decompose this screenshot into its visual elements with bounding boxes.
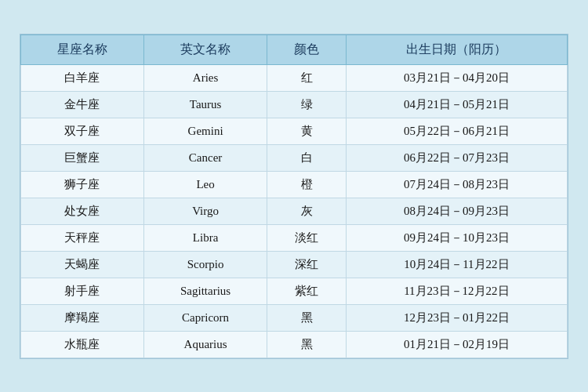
cell-4-1: Leo: [143, 171, 267, 198]
table-row: 摩羯座Capricorn黑12月23日－01月22日: [21, 304, 568, 331]
cell-9-0: 摩羯座: [21, 304, 144, 331]
column-header: 英文名称: [143, 34, 267, 64]
zodiac-table: 星座名称英文名称颜色出生日期（阳历） 白羊座Aries红03月21日－04月20…: [20, 34, 568, 358]
cell-7-3: 10月24日－11月22日: [346, 251, 567, 278]
cell-1-3: 04月21日－05月21日: [346, 91, 567, 118]
cell-0-1: Aries: [143, 64, 267, 91]
table-body: 白羊座Aries红03月21日－04月20日金牛座Taurus绿04月21日－0…: [21, 64, 568, 358]
cell-7-2: 深红: [267, 251, 347, 278]
cell-2-2: 黄: [267, 118, 347, 144]
cell-10-2: 黑: [267, 331, 347, 358]
cell-4-3: 07月24日－08月23日: [346, 171, 567, 198]
cell-9-2: 黑: [267, 304, 347, 331]
column-header: 星座名称: [21, 34, 144, 64]
cell-0-3: 03月21日－04月20日: [346, 64, 567, 91]
table-row: 射手座Sagittarius紫红11月23日－12月22日: [21, 278, 568, 304]
table-row: 白羊座Aries红03月21日－04月20日: [21, 64, 568, 91]
table-header-row: 星座名称英文名称颜色出生日期（阳历）: [21, 34, 568, 64]
cell-5-0: 处女座: [21, 198, 144, 224]
table-row: 狮子座Leo橙07月24日－08月23日: [21, 171, 568, 198]
cell-10-3: 01月21日－02月19日: [346, 331, 567, 358]
cell-6-2: 淡红: [267, 224, 347, 251]
table-row: 巨蟹座Cancer白06月22日－07月23日: [21, 144, 568, 171]
cell-1-0: 金牛座: [21, 91, 144, 118]
table-row: 金牛座Taurus绿04月21日－05月21日: [21, 91, 568, 118]
column-header: 颜色: [267, 34, 347, 64]
cell-1-1: Taurus: [143, 91, 267, 118]
cell-2-0: 双子座: [21, 118, 144, 144]
cell-6-0: 天秤座: [21, 224, 144, 251]
cell-6-3: 09月24日－10月23日: [346, 224, 567, 251]
cell-5-1: Virgo: [143, 198, 267, 224]
cell-8-3: 11月23日－12月22日: [346, 278, 567, 304]
cell-2-3: 05月22日－06月21日: [346, 118, 567, 144]
column-header: 出生日期（阳历）: [346, 34, 567, 64]
cell-10-0: 水瓶座: [21, 331, 144, 358]
cell-3-0: 巨蟹座: [21, 144, 144, 171]
cell-4-0: 狮子座: [21, 171, 144, 198]
cell-9-1: Capricorn: [143, 304, 267, 331]
table-row: 天蝎座Scorpio深红10月24日－11月22日: [21, 251, 568, 278]
table-row: 双子座Gemini黄05月22日－06月21日: [21, 118, 568, 144]
cell-0-0: 白羊座: [21, 64, 144, 91]
table-row: 天秤座Libra淡红09月24日－10月23日: [21, 224, 568, 251]
cell-7-0: 天蝎座: [21, 251, 144, 278]
cell-2-1: Gemini: [143, 118, 267, 144]
cell-8-2: 紫红: [267, 278, 347, 304]
cell-1-2: 绿: [267, 91, 347, 118]
cell-4-2: 橙: [267, 171, 347, 198]
table-row: 处女座Virgo灰08月24日－09月23日: [21, 198, 568, 224]
cell-5-2: 灰: [267, 198, 347, 224]
cell-3-2: 白: [267, 144, 347, 171]
cell-8-1: Sagittarius: [143, 278, 267, 304]
zodiac-table-container: 星座名称英文名称颜色出生日期（阳历） 白羊座Aries红03月21日－04月20…: [20, 34, 568, 359]
cell-9-3: 12月23日－01月22日: [346, 304, 567, 331]
cell-0-2: 红: [267, 64, 347, 91]
cell-5-3: 08月24日－09月23日: [346, 198, 567, 224]
cell-3-1: Cancer: [143, 144, 267, 171]
cell-3-3: 06月22日－07月23日: [346, 144, 567, 171]
cell-10-1: Aquarius: [143, 331, 267, 358]
cell-8-0: 射手座: [21, 278, 144, 304]
cell-7-1: Scorpio: [143, 251, 267, 278]
table-row: 水瓶座Aquarius黑01月21日－02月19日: [21, 331, 568, 358]
cell-6-1: Libra: [143, 224, 267, 251]
